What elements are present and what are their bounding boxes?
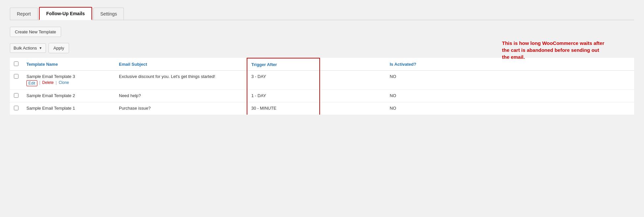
table-row: Sample Email Template 2 Need help? 1 - D…: [10, 90, 634, 102]
tab-follow-up-emails[interactable]: Follow-Up Emails: [39, 7, 92, 20]
bulk-actions-arrow-icon: ▼: [39, 46, 42, 50]
email-subject-cell-2: Need help?: [115, 90, 247, 102]
template-name-text-3: Sample Email Template 1: [26, 106, 111, 111]
is-activated-cell-2: NO: [386, 90, 634, 102]
template-name-cell-2: Sample Email Template 2: [22, 90, 115, 102]
tabs-row: Report Follow-Up Emails Settings: [10, 7, 634, 20]
table-row: Sample Email Template 3 Edit | Delete | …: [10, 71, 634, 90]
email-subject-cell-1: Exclusive discount for you. Let's get th…: [115, 71, 247, 90]
table-row: Sample Email Template 1 Purchase issue? …: [10, 102, 634, 115]
row-checkbox-cell-2: [10, 90, 22, 102]
annotation-area: This is how long WooCommerce waits after…: [10, 43, 634, 115]
edit-link-1[interactable]: Edit: [26, 80, 37, 86]
template-name-cell-1: Sample Email Template 3 Edit | Delete | …: [22, 71, 115, 90]
email-subject-cell-3: Purchase issue?: [115, 102, 247, 115]
template-name-text-2: Sample Email Template 2: [26, 93, 111, 98]
delete-link-1[interactable]: Delete: [42, 80, 54, 86]
row-checkbox-2[interactable]: [14, 93, 18, 98]
select-all-checkbox[interactable]: [14, 61, 18, 66]
tab-report[interactable]: Report: [10, 8, 38, 20]
row-checkbox-cell-1: [10, 71, 22, 90]
spacer-cell-3: [320, 102, 386, 115]
col-header-checkbox: [10, 58, 22, 71]
row-checkbox-cell-3: [10, 102, 22, 115]
email-table: Template Name Email Subject Trigger Afte…: [10, 58, 634, 115]
action-sep-2: |: [56, 80, 57, 86]
trigger-after-cell-1: 3 - DAY: [247, 71, 320, 90]
template-name-text-1: Sample Email Template 3: [26, 74, 111, 79]
spacer-cell-1: [320, 71, 386, 90]
col-header-template-name[interactable]: Template Name: [22, 58, 115, 71]
create-new-template-button[interactable]: Create New Template: [10, 27, 61, 37]
bulk-actions-select[interactable]: Bulk Actions ▼: [10, 43, 46, 53]
col-header-spacer: [320, 58, 386, 71]
col-header-email-subject[interactable]: Email Subject: [115, 58, 247, 71]
clone-link-1[interactable]: Clone: [59, 80, 69, 86]
row-checkbox-1[interactable]: [14, 74, 18, 79]
tab-settings[interactable]: Settings: [93, 8, 124, 20]
row-actions-1: Edit | Delete | Clone: [26, 80, 111, 86]
apply-button[interactable]: Apply: [49, 43, 69, 53]
row-checkbox-3[interactable]: [14, 106, 18, 110]
trigger-after-cell-3: 30 - MINUTE: [247, 102, 320, 115]
action-sep-1: |: [39, 80, 40, 86]
template-name-cell-3: Sample Email Template 1: [22, 102, 115, 115]
bulk-actions-label: Bulk Actions: [14, 46, 37, 51]
page-wrapper: Report Follow-Up Emails Settings Create …: [0, 0, 644, 217]
is-activated-cell-3: NO: [386, 102, 634, 115]
trigger-after-cell-2: 1 - DAY: [247, 90, 320, 102]
is-activated-cell-1: NO: [386, 71, 634, 90]
col-header-trigger-after: Trigger After: [247, 58, 320, 71]
callout-text: This is how long WooCommerce waits after…: [502, 40, 608, 60]
spacer-cell-2: [320, 90, 386, 102]
toolbar: Create New Template: [10, 27, 634, 37]
